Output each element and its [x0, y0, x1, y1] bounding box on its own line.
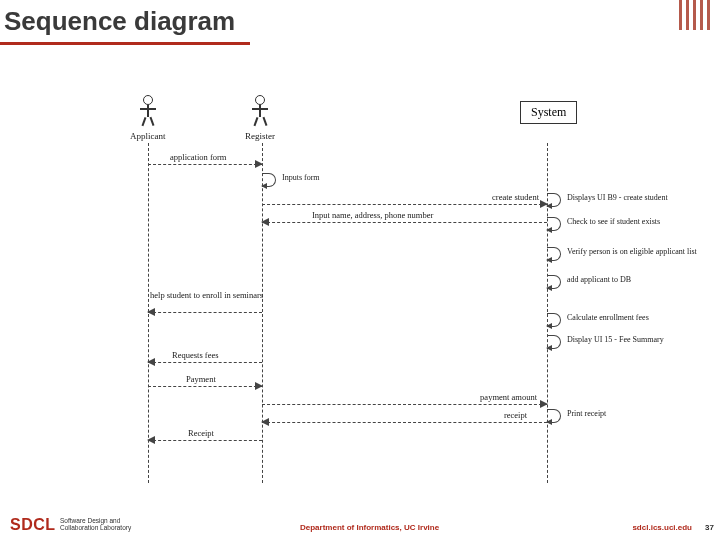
footer-logo-subtitle: Software Design and Collaboration Labora… [60, 518, 131, 532]
person-icon [252, 95, 268, 125]
footer-logo: SDCL [10, 516, 56, 534]
loop-add-applicant: add applicant to DB [547, 275, 565, 289]
loop-display-ui15: Display UI 15 - Fee Summary [547, 335, 565, 349]
title-underline [0, 42, 250, 45]
loop-verify-person: Verify person is on eligible applicant l… [547, 247, 565, 261]
actor-system: System [520, 101, 577, 124]
footer-department: Department of Informatics, UC Irvine [300, 523, 439, 532]
msg-receipt-applicant: Receipt [148, 431, 262, 445]
actor-label: Applicant [130, 131, 166, 141]
msg-help-enroll: help student to enroll in seminars [148, 303, 262, 317]
loop-check-student: Check to see if student exists [547, 217, 565, 231]
corner-decoration [679, 0, 710, 30]
loop-calc-fees: Calculate enrollment fees [547, 313, 565, 327]
msg-requests-fees: Requests fees [148, 353, 262, 367]
actor-label: Register [245, 131, 275, 141]
actor-applicant: Applicant [130, 95, 166, 141]
loop-display-ui-b9: Displays UI B9 - create student [547, 193, 565, 207]
loop-inputs-form: Inputs form [262, 173, 280, 187]
footer-url: sdcl.ics.uci.edu [632, 523, 692, 532]
slide-footer: SDCL Software Design and Collaboration L… [0, 514, 720, 534]
slide-title: Sequence diagram [4, 6, 235, 37]
person-icon [140, 95, 156, 125]
msg-input-details: Input name, address, phone number [262, 213, 547, 227]
system-box: System [520, 101, 577, 124]
msg-payment: Payment [148, 377, 262, 391]
msg-create-student: create student [262, 195, 547, 209]
loop-print-receipt: Print receipt [547, 409, 565, 423]
actor-register: Register [245, 95, 275, 141]
msg-receipt-back: receipt [262, 413, 547, 427]
page-number: 37 [705, 523, 714, 532]
lifeline-register [262, 143, 263, 483]
sequence-diagram: Applicant Register System application fo… [115, 95, 630, 490]
msg-payment-amount: payment amount [262, 395, 547, 409]
msg-application-form: application form [148, 155, 262, 169]
